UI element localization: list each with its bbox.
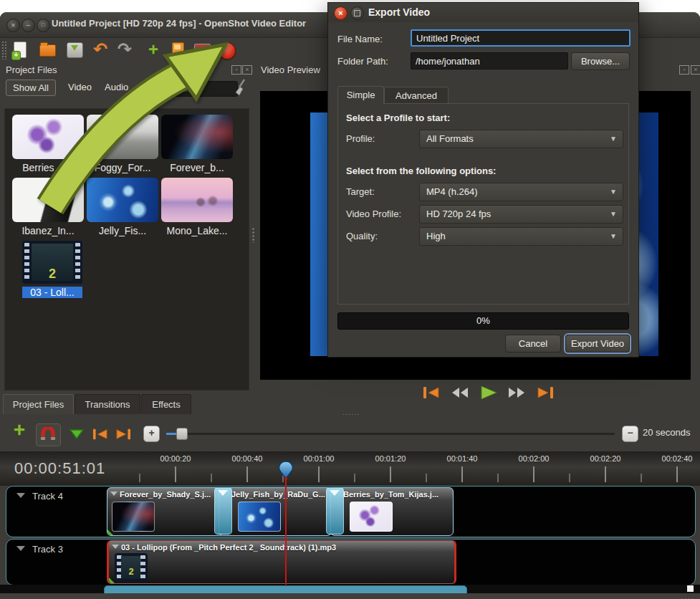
tab-project-files[interactable]: Project Files [3, 394, 74, 414]
file-thumbnail-mono-lake[interactable] [161, 178, 233, 222]
panel-float-icon[interactable]: ▫ [231, 65, 241, 75]
choose-profile-button[interactable] [168, 40, 188, 60]
file-label: Berries_b... [12, 162, 84, 173]
fullscreen-icon [194, 44, 211, 57]
jump-start-button[interactable] [421, 385, 441, 401]
cancel-button[interactable]: Cancel [505, 335, 561, 353]
timeline-scrollbar[interactable] [0, 585, 700, 593]
dialog-restore-icon[interactable] [350, 6, 364, 20]
add-media-button[interactable]: + [143, 40, 163, 60]
window-minimize-icon[interactable]: − [21, 19, 35, 32]
file-thumbnail-lollipop[interactable]: 2 [22, 241, 82, 284]
clip-forever[interactable]: Forever_by_Shady_S.j... [107, 487, 224, 536]
fullscreen-button[interactable] [192, 40, 212, 60]
transition-1[interactable] [214, 487, 232, 535]
clip-lollipop-audio[interactable]: 03 - Lollipop (From _Pitch Perfect 2_ So… [107, 540, 456, 584]
scrollbar-corner [687, 585, 694, 592]
new-project-button[interactable]: + [10, 40, 30, 60]
filter-input[interactable] [174, 81, 238, 97]
browse-button[interactable]: Browse... [571, 52, 630, 70]
play-button[interactable] [479, 385, 498, 401]
options-section-heading: Select from the following options: [346, 166, 496, 176]
toolbar-drag-handle[interactable] [1, 41, 6, 59]
zoom-slider-track[interactable] [166, 433, 615, 435]
file-thumbnail-ibanez[interactable] [12, 178, 84, 222]
quality-select[interactable]: High ▼ [419, 227, 623, 246]
filter-image-button[interactable]: Image [136, 80, 175, 95]
clip-title: 03 - Lollipop (From _Pitch Perfect 2_ So… [121, 543, 453, 552]
clip-title: Berries_by_Tom_Kijas.j... [343, 490, 451, 499]
transport-controls [421, 385, 555, 401]
export-video-button[interactable] [216, 40, 236, 60]
tab-transitions[interactable]: Transitions [75, 394, 140, 414]
timeline-ruler[interactable]: 00:00:51:01 00:00:20 00:00:40 00:01:00 0… [0, 451, 700, 486]
next-marker-button[interactable] [114, 427, 133, 441]
panel-close-icon[interactable]: × [242, 65, 252, 75]
zoom-slider-handle[interactable] [176, 428, 188, 440]
playhead-line[interactable] [285, 476, 287, 585]
file-name-input[interactable] [411, 29, 631, 47]
profile-select[interactable]: All Formats ▼ [419, 130, 623, 148]
save-project-button[interactable] [64, 40, 85, 60]
redo-button[interactable]: ↷ [118, 40, 138, 60]
clip-menu-chevron-icon[interactable] [112, 545, 119, 549]
ruler-label: 00:00:40 [226, 454, 269, 463]
file-label-selected[interactable]: 03 - Loll... [22, 287, 82, 298]
project-files-panel: Project Files ▫ × Show All Video Audio I… [0, 62, 252, 394]
snapping-toggle-button[interactable] [36, 423, 61, 446]
add-marker-button[interactable] [69, 428, 85, 440]
target-select[interactable]: MP4 (h.264) ▼ [419, 183, 623, 201]
video-profile-select[interactable]: HD 720p 24 fps ▼ [419, 205, 623, 224]
track-menu-chevron-icon[interactable] [16, 546, 25, 551]
tab-advanced[interactable]: Advanced [384, 87, 449, 105]
dialog-close-icon[interactable]: × [334, 6, 347, 20]
file-label: Ibanez_In... [12, 225, 84, 236]
zoom-in-button[interactable]: + [143, 426, 160, 442]
jump-end-button[interactable] [536, 385, 555, 401]
file-thumbnail-jellyfish[interactable] [87, 178, 158, 222]
filter-audio-button[interactable]: Audio [98, 80, 135, 95]
clip-menu-chevron-icon[interactable] [110, 492, 118, 496]
export-video-confirm-button[interactable]: Export Video [565, 335, 630, 353]
previous-marker-button[interactable] [90, 427, 110, 441]
track-3: Track 3 03 - Lollipop (From _Pitch Perfe… [6, 539, 696, 585]
undo-icon: ↶ [93, 39, 107, 59]
undo-button[interactable]: ↶ [93, 40, 113, 60]
panel-close-icon[interactable]: × [691, 65, 700, 75]
target-label: Target: [346, 186, 375, 197]
export-progress-bar: 0% [337, 312, 629, 330]
add-track-button[interactable]: + [10, 421, 29, 439]
open-project-button[interactable] [37, 40, 57, 60]
panel-float-icon[interactable]: ▫ [679, 65, 689, 75]
folder-path-input[interactable] [411, 52, 568, 70]
clip-effect-indicator [109, 578, 115, 583]
ruler-label: 00:02:40 [656, 454, 699, 463]
target-value: MP4 (h.264) [426, 186, 478, 197]
clear-filter-broom-icon[interactable] [234, 78, 248, 97]
zoom-out-button[interactable]: − [622, 426, 638, 442]
ruler-label: 00:02:20 [584, 454, 627, 463]
track-menu-chevron-icon[interactable] [16, 493, 25, 498]
status-strip [0, 593, 700, 599]
window-close-icon[interactable]: × [6, 19, 20, 32]
tab-effects[interactable]: Effects [141, 394, 191, 414]
rewind-button[interactable] [450, 385, 469, 401]
timeline-toolbar: + + − 20 seconds [0, 416, 700, 451]
clip-effect-indicator [107, 529, 113, 535]
file-thumbnail-foggy-forest[interactable] [87, 115, 158, 159]
clip-thumbnail [112, 502, 155, 532]
clip-jelly-fish[interactable]: Jelly_Fish_by_RaDu_G... [219, 487, 332, 536]
file-thumbnail-forever[interactable] [161, 115, 233, 159]
fast-forward-button[interactable] [507, 385, 527, 401]
album-art: 2 [32, 244, 73, 281]
filter-video-button[interactable]: Video [62, 80, 98, 95]
tab-simple[interactable]: Simple [337, 86, 384, 105]
window-maximize-icon[interactable]: □ [37, 19, 50, 32]
film-profile-icon [172, 42, 184, 59]
file-thumbnail-berries[interactable] [12, 115, 84, 159]
profile-label: Profile: [346, 133, 375, 144]
transition-2[interactable] [326, 487, 344, 535]
panel-splitter-handle[interactable] [252, 227, 254, 243]
filter-show-all-button[interactable]: Show All [6, 80, 56, 96]
clip-berries[interactable]: Berries_by_Tom_Kijas.j... [330, 487, 454, 536]
